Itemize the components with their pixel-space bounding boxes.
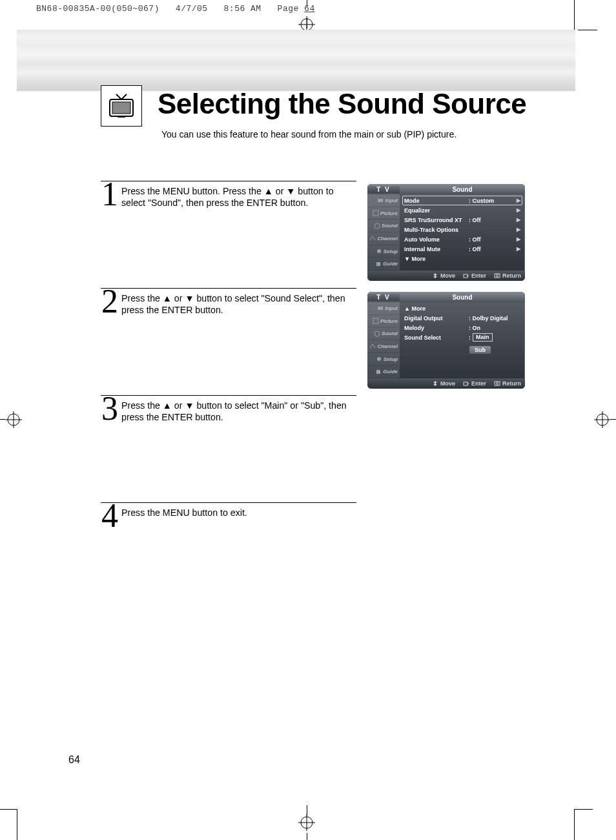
osd-item-more-up[interactable]: ▲ More <box>402 303 522 313</box>
chevron-right-icon: ▶ <box>515 217 520 223</box>
divider <box>101 288 356 289</box>
doc-time: 8:56 AM <box>224 4 262 14</box>
osd-hint-move: Move <box>432 380 455 387</box>
osd-tab-setup[interactable]: Setup <box>367 245 400 258</box>
step-4: 4 Press the MENU button to exit. <box>101 502 527 529</box>
osd-tab-channel[interactable]: Channel <box>367 232 400 245</box>
osd-tab-guide[interactable]: Guide <box>367 365 400 378</box>
page-number: 64 <box>68 754 80 766</box>
svg-point-20 <box>377 249 381 253</box>
svg-rect-22 <box>464 274 467 278</box>
step-number: 3 <box>101 396 119 422</box>
crop-mark <box>307 833 307 840</box>
osd-item-more[interactable]: ▼ More <box>402 254 522 263</box>
chevron-right-icon: ▶ <box>515 246 520 252</box>
step-number: 2 <box>101 289 119 314</box>
svg-rect-16 <box>118 116 125 118</box>
osd-tab-input[interactable]: Input <box>367 302 400 315</box>
osd-tab-input[interactable]: Input <box>367 194 400 207</box>
osd-footer: Move Enter Return <box>367 271 525 281</box>
chevron-right-icon: ▶ <box>515 198 520 203</box>
svg-rect-21 <box>376 262 380 266</box>
step-3: 3 Press the ▲ or ▼ button to select "Mai… <box>101 395 527 423</box>
doc-date: 4/7/05 <box>176 4 208 14</box>
osd-item-autovol[interactable]: Auto Volume : Off ▶ <box>402 234 522 244</box>
osd-tv-label: T V <box>367 186 400 193</box>
svg-rect-26 <box>378 307 383 310</box>
osd-tab-sound[interactable]: Sound <box>367 327 400 340</box>
divider <box>101 181 356 181</box>
osd-hint-move: Move <box>432 272 455 279</box>
svg-rect-30 <box>376 370 380 374</box>
tv-icon <box>101 85 142 127</box>
osd-item-srs[interactable]: SRS TruSurround XT : Off ▶ <box>402 215 522 225</box>
svg-rect-31 <box>464 382 467 385</box>
osd-tab-channel[interactable]: Channel <box>367 340 400 353</box>
osd-option-sub-row: Sub <box>469 343 522 354</box>
crop-mark <box>578 30 597 30</box>
chevron-right-icon: ▶ <box>515 207 520 213</box>
osd-tab-picture[interactable]: Picture <box>367 315 400 328</box>
osd-left-tabs: Input Picture Sound Channel Setup Guide <box>367 194 400 271</box>
osd-item-multitrack[interactable]: Multi-Track Options ▶ <box>402 225 522 234</box>
osd-option-main[interactable]: Main <box>473 333 493 342</box>
osd-item-melody[interactable]: Melody : On <box>402 323 522 333</box>
osd-panel-2: T V Sound Input Picture Sound Channel Se… <box>367 292 525 389</box>
osd-option-sub[interactable]: Sub <box>469 346 491 354</box>
osd-item-mode[interactable]: Mode : Custom ▶ <box>402 196 522 205</box>
chevron-right-icon: ▶ <box>515 236 520 242</box>
osd-item-digital-output[interactable]: Digital Output : Dolby Digital <box>402 313 522 323</box>
svg-point-19 <box>375 223 380 229</box>
registration-mark-icon <box>5 411 22 431</box>
step-text: Press the ▲ or ▼ button to select "Sound… <box>121 292 354 316</box>
doc-page-num: 64 <box>304 4 315 14</box>
osd-tab-sound[interactable]: Sound <box>367 220 400 232</box>
osd-hint-return: Return <box>494 380 521 387</box>
divider <box>101 395 356 396</box>
page-subtitle: You can use this feature to hear sound f… <box>161 129 457 139</box>
svg-rect-23 <box>495 274 500 278</box>
osd-left-tabs: Input Picture Sound Channel Setup Guide <box>367 302 400 378</box>
svg-rect-13 <box>112 102 130 114</box>
osd-title: Sound <box>400 294 525 301</box>
crop-mark <box>17 809 17 840</box>
osd-item-equalizer[interactable]: Equalizer ▶ <box>402 205 522 215</box>
osd-header: T V Sound <box>367 184 525 194</box>
osd-tv-label: T V <box>367 294 400 301</box>
divider <box>101 502 356 503</box>
osd-hint-return: Return <box>494 272 521 279</box>
crop-mark <box>574 0 575 30</box>
svg-rect-17 <box>378 199 383 202</box>
osd-item-intmute[interactable]: Internal Mute : Off ▶ <box>402 244 522 254</box>
svg-line-14 <box>116 94 121 99</box>
step-text: Press the MENU button to exit. <box>121 507 354 518</box>
svg-rect-18 <box>373 210 378 216</box>
osd-hint-enter: Enter <box>463 272 486 279</box>
osd-tab-guide[interactable]: Guide <box>367 258 400 271</box>
svg-line-15 <box>121 94 127 99</box>
crop-mark <box>0 419 5 420</box>
step-text: Press the MENU button. Press the ▲ or ▼ … <box>121 185 354 209</box>
crop-mark <box>307 805 307 815</box>
svg-point-28 <box>375 331 380 336</box>
osd-tab-picture[interactable]: Picture <box>367 207 400 220</box>
osd-panel-1: T V Sound Input Picture Sound Channel Se… <box>367 184 525 281</box>
osd-menu: ▲ More Digital Output : Dolby Digital Me… <box>400 302 525 378</box>
osd-menu: Mode : Custom ▶ Equalizer ▶ SRS TruSurro… <box>400 194 525 271</box>
svg-point-29 <box>377 357 381 361</box>
osd-footer: Move Enter Return <box>367 378 525 389</box>
osd-title: Sound <box>400 186 525 193</box>
chevron-right-icon: ▶ <box>515 227 520 232</box>
registration-mark-icon <box>594 411 611 431</box>
page-title: Selecting the Sound Source <box>158 88 526 120</box>
step-number: 1 <box>101 181 119 207</box>
osd-header: T V Sound <box>367 292 525 302</box>
svg-rect-32 <box>495 382 500 385</box>
svg-rect-27 <box>373 318 378 323</box>
crop-mark <box>0 809 17 810</box>
doc-id: BN68-00835A-00(050~067) <box>36 4 159 14</box>
step-text: Press the ▲ or ▼ button to select "Main"… <box>121 400 354 423</box>
crop-mark <box>574 809 575 840</box>
osd-tab-setup[interactable]: Setup <box>367 353 400 366</box>
osd-item-sound-select[interactable]: Sound Select : Main <box>402 333 522 342</box>
